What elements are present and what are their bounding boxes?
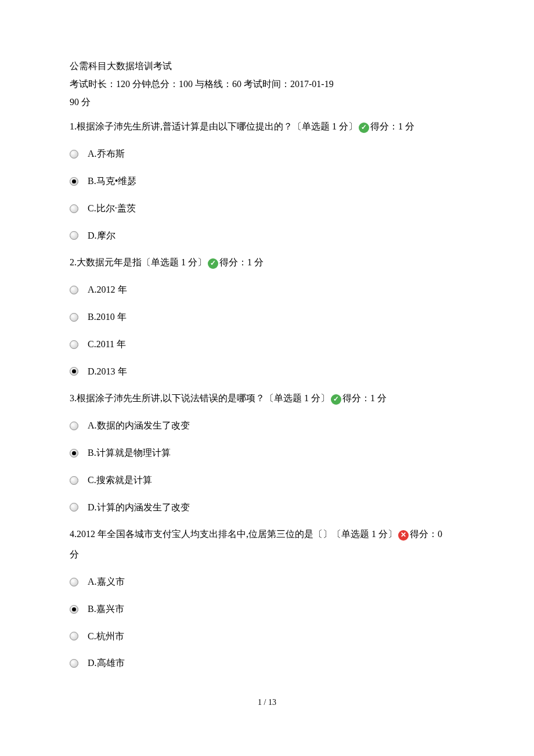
option-label: D.高雄市 <box>88 655 125 672</box>
option-item[interactable]: B.马克•维瑟 <box>70 173 464 190</box>
question-text: 1.根据涂子沛先生所讲,普适计算是由以下哪位提出的？〔单选题 1 分〕✓得分：1… <box>70 118 464 135</box>
option-label: C.比尔·盖茨 <box>88 200 136 217</box>
question-text: 2.大数据元年是指〔单选题 1 分〕✓得分：1 分 <box>70 254 464 271</box>
exam-title: 公需科目大数据培训考试 <box>70 58 464 75</box>
radio-icon[interactable] <box>70 286 78 294</box>
question-prefix: 2.大数据元年是指〔单选题 1 分〕 <box>70 257 207 267</box>
exam-meta: 考试时长：120 分钟总分：100 与格线：60 考试时间：2017-01-19 <box>70 76 464 93</box>
radio-icon[interactable] <box>70 231 78 240</box>
option-item[interactable]: A.数据的内涵发生了改变 <box>70 417 464 434</box>
radio-icon[interactable] <box>70 313 78 322</box>
question-prefix: 3.根据涂子沛先生所讲,以下说法错误的是哪项？〔单选题 1 分〕 <box>70 393 330 403</box>
question-block: 4.2012 年全国各城市支付宝人均支出排名中,位居第三位的是〔〕〔单选题 1 … <box>70 526 464 672</box>
cross-icon: ✕ <box>398 530 409 541</box>
option-label: C.搜索就是计算 <box>88 472 152 489</box>
option-label: B.嘉兴市 <box>88 601 124 618</box>
radio-icon[interactable] <box>70 632 78 640</box>
option-item[interactable]: C.杭州市 <box>70 628 464 645</box>
option-label: A.2012 年 <box>88 282 127 298</box>
check-icon: ✓ <box>331 394 341 405</box>
option-label: D.计算的内涵发生了改变 <box>88 499 190 516</box>
option-item[interactable]: D.2013 年 <box>70 363 464 380</box>
option-list: A.嘉义市B.嘉兴市C.杭州市D.高雄市 <box>70 574 464 672</box>
option-item[interactable]: D.高雄市 <box>70 655 464 672</box>
option-item[interactable]: A.乔布斯 <box>70 146 464 163</box>
option-label: B.2010 年 <box>88 309 127 326</box>
question-block: 1.根据涂子沛先生所讲,普适计算是由以下哪位提出的？〔单选题 1 分〕✓得分：1… <box>70 118 464 244</box>
option-item[interactable]: D.计算的内涵发生了改变 <box>70 499 464 516</box>
question-prefix: 4.2012 年全国各城市支付宝人均支出排名中,位居第三位的是〔〕〔单选题 1 … <box>70 529 397 539</box>
option-label: A.数据的内涵发生了改变 <box>88 417 190 434</box>
radio-icon[interactable] <box>70 177 78 186</box>
radio-icon[interactable] <box>70 367 78 376</box>
option-item[interactable]: C.搜索就是计算 <box>70 472 464 489</box>
option-label: B.马克•维瑟 <box>88 173 136 190</box>
option-item[interactable]: B.2010 年 <box>70 309 464 326</box>
question-score: 得分：0 <box>410 529 442 539</box>
option-list: A.乔布斯B.马克•维瑟C.比尔·盖茨D.摩尔 <box>70 146 464 244</box>
option-item[interactable]: B.嘉兴市 <box>70 601 464 618</box>
radio-icon[interactable] <box>70 605 78 614</box>
radio-icon[interactable] <box>70 204 78 213</box>
option-item[interactable]: D.摩尔 <box>70 228 464 244</box>
question-text: 4.2012 年全国各城市支付宝人均支出排名中,位居第三位的是〔〕〔单选题 1 … <box>70 526 464 543</box>
question-prefix: 1.根据涂子沛先生所讲,普适计算是由以下哪位提出的？〔单选题 1 分〕 <box>70 121 358 131</box>
check-icon: ✓ <box>359 123 369 133</box>
page-footer: 1 / 13 <box>70 695 464 710</box>
option-list: A.2012 年B.2010 年C.2011 年D.2013 年 <box>70 282 464 380</box>
radio-icon[interactable] <box>70 340 78 349</box>
option-label: A.乔布斯 <box>88 146 125 163</box>
radio-icon[interactable] <box>70 422 78 430</box>
question-block: 3.根据涂子沛先生所讲,以下说法错误的是哪项？〔单选题 1 分〕✓得分：1 分A… <box>70 390 464 516</box>
radio-icon[interactable] <box>70 476 78 485</box>
option-label: C.杭州市 <box>88 628 124 645</box>
radio-icon[interactable] <box>70 150 78 159</box>
option-label: C.2011 年 <box>88 336 126 353</box>
option-item[interactable]: C.2011 年 <box>70 336 464 353</box>
option-label: D.摩尔 <box>88 228 116 244</box>
radio-icon[interactable] <box>70 449 78 458</box>
question-score: 得分：1 分 <box>219 257 264 267</box>
question-score: 得分：1 分 <box>342 393 387 403</box>
check-icon: ✓ <box>208 258 218 269</box>
option-item[interactable]: C.比尔·盖茨 <box>70 200 464 217</box>
question-score: 得分：1 分 <box>370 121 414 131</box>
final-score: 90 分 <box>70 94 464 111</box>
option-label: A.嘉义市 <box>88 574 125 591</box>
question-score-line2: 分 <box>70 546 464 563</box>
option-item[interactable]: A.2012 年 <box>70 282 464 298</box>
question-block: 2.大数据元年是指〔单选题 1 分〕✓得分：1 分A.2012 年B.2010 … <box>70 254 464 380</box>
radio-icon[interactable] <box>70 578 78 586</box>
option-label: B.计算就是物理计算 <box>88 445 171 462</box>
option-item[interactable]: B.计算就是物理计算 <box>70 445 464 462</box>
radio-icon[interactable] <box>70 503 78 512</box>
option-list: A.数据的内涵发生了改变B.计算就是物理计算C.搜索就是计算D.计算的内涵发生了… <box>70 417 464 516</box>
option-item[interactable]: A.嘉义市 <box>70 574 464 591</box>
option-label: D.2013 年 <box>88 363 127 380</box>
question-text: 3.根据涂子沛先生所讲,以下说法错误的是哪项？〔单选题 1 分〕✓得分：1 分 <box>70 390 464 407</box>
radio-icon[interactable] <box>70 659 78 668</box>
